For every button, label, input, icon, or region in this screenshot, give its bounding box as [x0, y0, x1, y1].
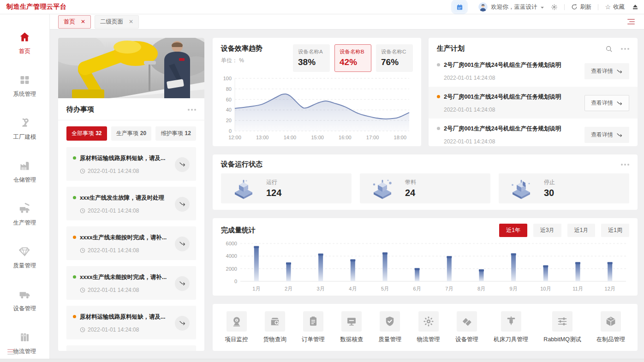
plan-item-time: 2022-01-01 14:24:08	[444, 75, 580, 81]
monitor-icon	[346, 315, 358, 327]
sidebar-item-4[interactable]: 仓储管理	[10, 160, 39, 184]
todo-filters: 全部事项32生产事项20维护事项12	[58, 120, 204, 147]
todo-item-text: 原材料运输线路原料短缺，请及...	[80, 154, 171, 162]
machine-stopped-icon	[509, 178, 534, 199]
device-card-2[interactable]: 设备名称B42%	[334, 44, 371, 72]
todo-go-button[interactable]	[175, 276, 190, 291]
go-arrow-icon	[179, 202, 186, 207]
tab-1[interactable]: 首页✕	[58, 15, 91, 29]
range-button-4[interactable]: 近1周	[601, 224, 629, 237]
quick-link-8[interactable]: 机床刀具管理	[494, 311, 528, 344]
view-detail-button[interactable]: 查看详情	[584, 63, 629, 79]
quick-link-label: 物流管理	[417, 336, 440, 344]
todo-go-button[interactable]	[175, 157, 190, 172]
refresh-button[interactable]: 刷新	[571, 3, 591, 11]
todo-filter-2[interactable]: 生产事项20	[111, 126, 152, 141]
quick-link-icon-box	[457, 311, 477, 332]
more-icon[interactable]	[188, 107, 196, 113]
quick-link-label: 数据核查	[340, 336, 363, 344]
diamond-icon	[18, 245, 31, 258]
plan-item-3: 2号厂房001生产线24号机组生产任务规划说明2022-01-01 14:24:…	[429, 119, 638, 150]
plan-item-body: 2号厂房001生产线24号机组生产任务规划说明2022-01-01 14:24:…	[444, 93, 580, 113]
gear-icon[interactable]	[551, 4, 558, 11]
todo-item-text: xxx生产线发生故障，请及时处理	[80, 194, 171, 202]
collapse-header-icon[interactable]	[633, 5, 638, 9]
header-divider	[564, 4, 565, 10]
completion-header: 完成量统计 近1年近3月近1月近1周	[221, 224, 629, 237]
range-button-2[interactable]: 近3月	[533, 224, 561, 237]
clock-icon	[80, 168, 85, 174]
quick-link-icon-box	[380, 311, 400, 332]
sidebar-collapse-icon[interactable]	[7, 349, 15, 355]
clipboard-icon	[307, 315, 319, 327]
range-button-3[interactable]: 近1月	[567, 224, 596, 237]
view-detail-button[interactable]: 查看详情	[584, 127, 629, 143]
quick-link-label: 订单管理	[302, 336, 325, 344]
favorite-label: 收藏	[613, 3, 625, 11]
view-detail-button[interactable]: 查看详情	[584, 95, 629, 111]
todo-item-time: 2022-01-01 14:24:08	[80, 326, 171, 333]
search-icon[interactable]	[605, 45, 613, 53]
shield-check-icon	[384, 315, 396, 327]
quick-link-1[interactable]: 项目监控	[225, 311, 248, 344]
todo-go-button[interactable]	[175, 197, 190, 212]
device-name: 设备名称C	[381, 48, 408, 55]
svg-text:2月: 2月	[285, 286, 292, 291]
todo-item-time: 2022-01-01 14:24:08	[80, 208, 171, 214]
go-arrow-icon	[179, 241, 186, 246]
status-card-value: 124	[266, 188, 281, 198]
todo-go-button[interactable]	[175, 237, 190, 251]
todo-item-body: xxxx生产线未能按时完成，请补...2022-01-01 14:24:08	[80, 273, 171, 293]
range-button-1[interactable]: 近1年	[499, 224, 527, 237]
more-icon[interactable]	[621, 46, 629, 52]
quick-link-3[interactable]: 订单管理	[302, 311, 325, 344]
dashboard: 待办事项 全部事项32生产事项20维护事项12 原材料运输线路原料短缺，请及..…	[50, 30, 644, 362]
close-icon[interactable]: ✕	[81, 18, 85, 25]
status-card-label: 运行	[266, 178, 281, 186]
plan-item-text: 2号厂房001生产线24号机组生产任务规划说明	[444, 61, 580, 69]
horizontal-scrollbar[interactable]	[0, 359, 644, 362]
quick-link-7[interactable]: 设备管理	[455, 311, 478, 344]
sidebar-item-2[interactable]: 系统管理	[10, 74, 39, 98]
quick-link-4[interactable]: 数据核查	[340, 311, 363, 344]
svg-text:13:00: 13:00	[256, 135, 269, 140]
todo-filter-1[interactable]: 全部事项32	[66, 126, 107, 141]
efficiency-line-chart: 02040608010012:0013:0014:0015:0016:0017:…	[221, 75, 413, 146]
svg-text:4000: 4000	[226, 253, 237, 259]
status-card-body: 停止30	[544, 178, 555, 198]
svg-text:12月: 12月	[605, 286, 615, 291]
quick-link-5[interactable]: 质量管理	[378, 311, 401, 344]
plan-header-icons	[605, 45, 629, 53]
sidebar-item-3[interactable]: 工厂建模	[10, 117, 39, 141]
go-arrow-icon	[179, 281, 186, 286]
device-card-1[interactable]: 设备名称A38%	[293, 44, 330, 72]
quick-link-9[interactable]: RabbitMQ测试	[543, 311, 581, 344]
plan-item-time: 2022-01-01 14:24:08	[444, 138, 580, 145]
avatar	[478, 2, 488, 12]
todo-title: 待办事项	[66, 105, 94, 114]
quick-link-2[interactable]: 货物查询	[263, 311, 286, 344]
crane-truck-icon	[18, 202, 31, 215]
sidebar-nav: 首页系统管理工厂建模仓储管理生产管理质量管理设备管理物流管理可视化设计	[0, 14, 50, 362]
plan-panel: 生产计划 2号厂房001生产线24号机组生产任务规划说明2022-01-01 1…	[429, 38, 638, 146]
quick-link-10[interactable]: 在制品管理	[596, 311, 626, 344]
todo-go-button[interactable]	[175, 316, 190, 331]
tab-2[interactable]: 二级页面✕	[95, 15, 139, 29]
sidebar-item-1[interactable]: 首页	[10, 31, 39, 55]
close-icon[interactable]: ✕	[129, 18, 133, 25]
calendar-button[interactable]	[453, 2, 465, 12]
chevron-down-icon	[540, 3, 544, 11]
plan-item-body: 2号厂房001生产线24号机组生产任务规划说明2022-01-01 14:24:…	[444, 125, 580, 145]
sidebar-item-6[interactable]: 质量管理	[10, 245, 39, 270]
favorite-button[interactable]: ☆ 收藏	[605, 3, 625, 11]
status-dot	[437, 63, 440, 66]
user-menu[interactable]: 欢迎你，蓝蓝设计	[478, 2, 544, 12]
more-icon[interactable]	[621, 162, 629, 167]
tab-list-icon[interactable]	[627, 19, 635, 24]
plan-item-1: 2号厂房001生产线24号机组生产任务规划说明2022-01-01 14:24:…	[429, 55, 638, 87]
todo-filter-3[interactable]: 维护事项12	[155, 126, 196, 141]
sidebar-item-7[interactable]: 设备管理	[10, 288, 39, 313]
quick-link-6[interactable]: 物流管理	[417, 311, 440, 344]
device-card-3[interactable]: 设备名称C76%	[376, 44, 413, 72]
sidebar-item-5[interactable]: 生产管理	[10, 202, 39, 227]
